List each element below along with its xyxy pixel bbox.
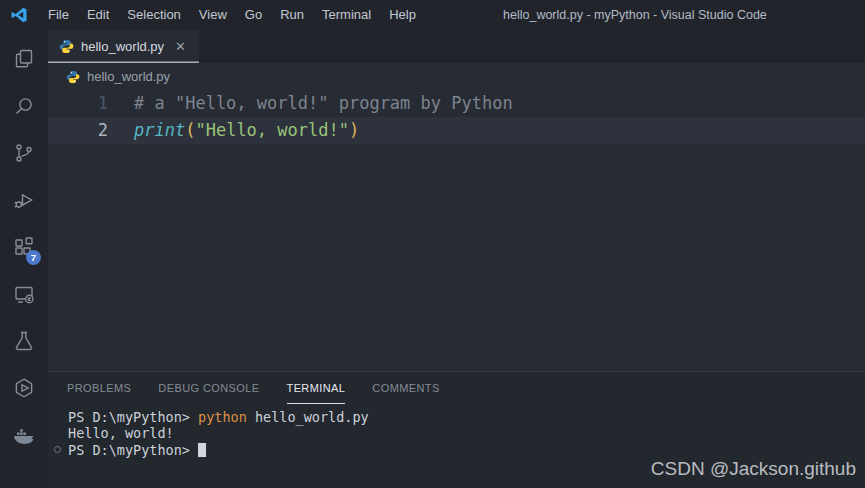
terminal-prompt: PS D:\myPython>	[68, 442, 198, 458]
run-and-debug-icon[interactable]	[0, 176, 48, 223]
docker-icon[interactable]	[0, 411, 48, 458]
vscode-window: File Edit Selection View Go Run Terminal…	[0, 0, 865, 488]
window-title: hello_world.py - myPython - Visual Studi…	[425, 8, 865, 22]
menu-go[interactable]: Go	[236, 0, 271, 30]
comment-token: # a "Hello, world!" program by Python	[134, 93, 513, 113]
vscode-logo-icon	[10, 6, 28, 24]
code-editor[interactable]: 1# a "Hello, world!" program by Python 2…	[48, 90, 865, 371]
tab-debug-console[interactable]: DEBUG CONSOLE	[158, 372, 259, 404]
extensions-icon[interactable]: 7	[0, 223, 48, 270]
tab-terminal[interactable]: TERMINAL	[287, 372, 346, 404]
extensions-badge: 7	[26, 250, 41, 265]
function-token: print	[134, 120, 185, 140]
line-number: 2	[48, 117, 108, 144]
remote-explorer-icon[interactable]	[0, 270, 48, 317]
paren-close-token: )	[349, 120, 359, 140]
terminal-args: hello_world.py	[247, 409, 369, 425]
tab-label: hello_world.py	[81, 39, 164, 54]
terminal-line: PS D:\myPython> python hello_world.py	[68, 409, 865, 425]
breadcrumb-file: hello_world.py	[87, 69, 170, 84]
source-control-icon[interactable]	[0, 129, 48, 176]
testing-beaker-icon[interactable]	[0, 317, 48, 364]
paren-open-token: (	[185, 120, 195, 140]
breadcrumb[interactable]: hello_world.py	[48, 63, 865, 90]
line-number: 1	[48, 90, 108, 117]
menu-edit[interactable]: Edit	[78, 0, 118, 30]
explorer-icon[interactable]	[0, 35, 48, 82]
python-file-icon	[66, 70, 80, 84]
command-decoration-icon	[54, 446, 61, 453]
title-bar: File Edit Selection View Go Run Terminal…	[0, 0, 865, 30]
editor-group: hello_world.py ✕ hello_world.py 1# a "He…	[48, 30, 865, 488]
panel-tab-bar: PROBLEMS DEBUG CONSOLE TERMINAL COMMENTS	[48, 372, 865, 404]
terminal-line: Hello, world!	[68, 425, 865, 441]
menu-file[interactable]: File	[39, 0, 78, 30]
python-file-icon	[59, 39, 74, 54]
tab-close-icon[interactable]: ✕	[173, 39, 188, 54]
code-line-1[interactable]: 1# a "Hello, world!" program by Python	[48, 90, 865, 117]
tab-problems[interactable]: PROBLEMS	[67, 372, 131, 404]
menu-run[interactable]: Run	[271, 0, 313, 30]
terminal-command: python	[198, 409, 247, 425]
menu-help[interactable]: Help	[380, 0, 425, 30]
menu-view[interactable]: View	[190, 0, 236, 30]
string-token: "Hello, world!"	[195, 120, 349, 140]
terminal-cursor	[198, 443, 206, 457]
tab-comments[interactable]: COMMENTS	[372, 372, 439, 404]
editor-tab-bar: hello_world.py ✕	[48, 30, 865, 63]
code-line-2[interactable]: 2print("Hello, world!")	[48, 117, 865, 144]
menu-terminal[interactable]: Terminal	[313, 0, 380, 30]
menu-selection[interactable]: Selection	[118, 0, 189, 30]
activity-bar: 7	[0, 30, 48, 488]
tab-hello-world-py[interactable]: hello_world.py ✕	[48, 30, 199, 63]
terminal-line: PS D:\myPython>	[68, 442, 865, 458]
search-icon[interactable]	[0, 82, 48, 129]
terminal-result: Hello, world!	[68, 425, 174, 441]
watermark: CSDN @Jackson.github	[651, 458, 856, 480]
terminal-prompt: PS D:\myPython>	[68, 409, 198, 425]
hexagon-play-icon[interactable]	[0, 364, 48, 411]
